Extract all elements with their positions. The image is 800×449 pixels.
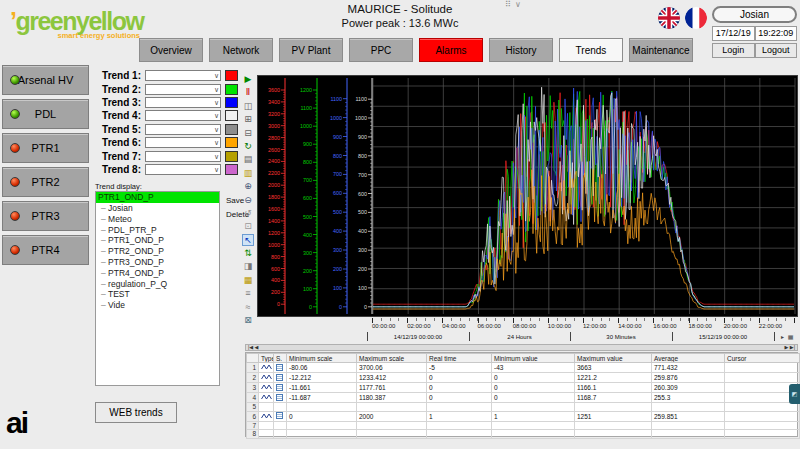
tree-item-josian[interactable]: Josian [96, 203, 219, 214]
tree-item-ptr3_ond_p[interactable]: PTR3_OND_P [96, 257, 219, 268]
period-label-3[interactable]: 30 Minutes [570, 331, 672, 343]
window-cascade-icon[interactable]: ◫ [242, 100, 254, 112]
table-row[interactable]: 8 [247, 430, 800, 439]
scroll-right-icon[interactable]: ▶ ▶| [785, 345, 795, 350]
trend-color-swatch[interactable] [225, 151, 238, 162]
tab-alarms[interactable]: Alarms [419, 38, 483, 62]
refresh-data-icon[interactable]: ⇅ [242, 247, 254, 259]
trend-color-swatch[interactable] [225, 70, 238, 81]
tree-item-meteo[interactable]: Meteo [96, 214, 219, 225]
side-panel-handle-icon[interactable]: ◩ [789, 384, 800, 404]
tree-item-regulation_p_q[interactable]: regulation_P_Q [96, 279, 219, 290]
scale-icon[interactable]: ≡ [242, 287, 254, 299]
web-refresh-icon[interactable]: ↻ [242, 140, 254, 152]
sidebar-item-ptr4[interactable]: PTR4 [2, 235, 89, 265]
zoom-box-icon[interactable]: ⊡ [242, 220, 254, 232]
table-row[interactable]: 5 [247, 403, 800, 412]
tree-item-pdl_ptr_p[interactable]: PDL_PTR_P [96, 225, 219, 236]
tab-maintenance[interactable]: Maintenance [629, 38, 693, 62]
web-trends-button[interactable]: WEB trends [95, 402, 177, 423]
trend-color-swatch[interactable] [225, 110, 238, 121]
tree-item-ptr4_ond_p[interactable]: PTR4_OND_P [96, 268, 219, 279]
scale-settings-icon[interactable] [274, 411, 287, 421]
scale-settings-icon[interactable] [274, 383, 287, 393]
scale-settings-icon[interactable] [274, 421, 287, 430]
trend-row: Trend 7:∨ [95, 149, 238, 162]
tab-pv-plant[interactable]: PV Plant [279, 38, 343, 62]
tab-ppc[interactable]: PPC [349, 38, 413, 62]
window-tile-icon[interactable]: ⊞ [242, 113, 254, 125]
table-row[interactable]: 4-11.6871180.387001168.7255.3 [247, 393, 800, 403]
trend-color-swatch[interactable] [225, 164, 238, 175]
user-button[interactable]: Josian [712, 6, 797, 23]
trend-color-swatch[interactable] [225, 124, 238, 135]
zoom-previous-icon[interactable]: ↺ [242, 207, 254, 219]
france-flag-icon[interactable] [685, 7, 707, 29]
scale-settings-icon[interactable] [274, 363, 287, 373]
grid-icon[interactable]: ▦ [242, 274, 254, 286]
window-restore-icon[interactable]: ⊟ [242, 127, 254, 139]
copy-icon[interactable]: ◨ [242, 260, 254, 272]
tree-selected-item[interactable]: PTR1_OND_P [96, 192, 219, 203]
tree-item-ptr2_ond_p[interactable]: PTR2_OND_P [96, 246, 219, 257]
widget-menu-icon[interactable]: ⠿ ∨ [505, 0, 522, 9]
trend-combobox-1[interactable]: ∨ [145, 70, 221, 81]
trend-color-swatch[interactable] [225, 97, 238, 108]
scale-settings-icon[interactable] [274, 430, 287, 439]
period-label-1[interactable]: 14/12/19 00:00:00 [367, 331, 469, 343]
tree-item-ptr1_ond_p[interactable]: PTR1_OND_P [96, 235, 219, 246]
scale-settings-icon[interactable] [274, 393, 287, 403]
tree-item-test[interactable]: TEST [96, 289, 219, 300]
trend-display-list: PTR1_OND_PJosianMeteoPDL_PTR_PPTR1_OND_P… [95, 191, 220, 386]
trend-color-swatch[interactable] [225, 84, 238, 95]
cursor-icon[interactable]: ↖ [242, 234, 254, 246]
table-row[interactable]: 3-11.6611177.761001166.1260.309 [247, 383, 800, 393]
sidebar-item-label: PDL [35, 108, 56, 120]
trend-combobox-5[interactable]: ∨ [145, 124, 221, 135]
login-button[interactable]: Login [712, 43, 755, 58]
pause-icon[interactable]: Ⅱ [242, 86, 254, 98]
tab-history[interactable]: History [489, 38, 553, 62]
table-row[interactable]: 2-12.2121233.412001221.2259.876 [247, 373, 800, 383]
tree-item-vide[interactable]: Vide [96, 300, 219, 311]
time-tick-label: 08:00:00 [513, 323, 536, 329]
uk-flag-icon[interactable] [658, 7, 680, 29]
scroll-left-icon[interactable]: |◀ ◀ [248, 345, 258, 350]
trend-combobox-3[interactable]: ∨ [145, 97, 221, 108]
tab-trends[interactable]: Trends [559, 38, 623, 62]
table-scrollbar[interactable]: |◀ ◀ ▶ ▶| [245, 344, 798, 351]
trend-combobox-6[interactable]: ∨ [145, 137, 221, 148]
table-header-Minimum value: Minimum value [492, 354, 575, 363]
legend-icon[interactable]: ▥ [242, 167, 254, 179]
period-label-2[interactable]: 24 Hours [469, 331, 570, 343]
table-row[interactable]: 7 [247, 421, 800, 430]
trend-combobox-2[interactable]: ∨ [145, 84, 221, 95]
tab-overview[interactable]: Overview [139, 38, 203, 62]
tab-network[interactable]: Network [209, 38, 273, 62]
statistics-icon[interactable]: ≈ [242, 301, 254, 313]
logout-button[interactable]: Logout [755, 43, 798, 58]
export-icon[interactable]: ⊠ [242, 314, 254, 326]
sidebar-item-ptr2[interactable]: PTR2 [2, 167, 89, 197]
period-label-4[interactable]: 15/12/19 00:00:00 [672, 331, 774, 343]
sidebar-item-ptr3[interactable]: PTR3 [2, 201, 89, 231]
table-row[interactable]: 1-80.063700.06-5-433663771.432 [247, 363, 800, 373]
sidebar-item-ptr1[interactable]: PTR1 [2, 133, 89, 163]
trend-combobox-8[interactable]: ∨ [145, 164, 221, 175]
trend-combobox-7[interactable]: ∨ [145, 151, 221, 162]
trend-combobox-4[interactable]: ∨ [145, 110, 221, 121]
table-row[interactable]: 602000111251259.851 [247, 411, 800, 421]
svg-text:300: 300 [333, 247, 342, 253]
sidebar-item-arsenal-hv[interactable]: Arsenal HV [2, 65, 89, 95]
trend-row: Trend 1:∨ [95, 69, 238, 82]
play-icon[interactable]: ▶ [242, 73, 254, 85]
scale-settings-icon[interactable] [274, 403, 287, 412]
sidebar-item-pdl[interactable]: PDL [2, 99, 89, 129]
trend-color-swatch[interactable] [225, 137, 238, 148]
scale-settings-icon[interactable] [274, 373, 287, 383]
chart-corner-icons[interactable]: ▸ ▦ [781, 333, 794, 340]
zoom-in-icon[interactable]: ⊕ [242, 180, 254, 192]
print-icon[interactable]: ▤ [242, 153, 254, 165]
trend-chart[interactable]: 0200400600800100012001400160018002000220… [257, 75, 798, 317]
zoom-out-icon[interactable]: ⊖ [242, 194, 254, 206]
